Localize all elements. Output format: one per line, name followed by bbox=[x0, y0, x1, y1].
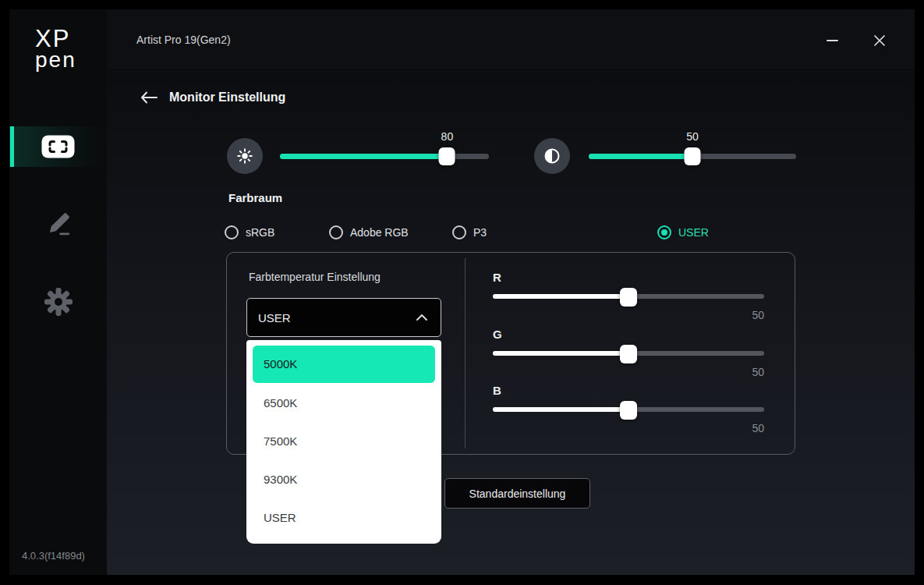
radio-user-circle[interactable] bbox=[657, 225, 671, 239]
gear-icon bbox=[43, 286, 74, 317]
red-thumb[interactable] bbox=[620, 288, 637, 307]
app-title: Artist Pro 19(Gen2) bbox=[136, 9, 231, 70]
sidebar-item-pen-settings[interactable] bbox=[9, 204, 107, 244]
sidebar: XP pen bbox=[9, 9, 107, 575]
version-label: 4.0.3(f14f89d) bbox=[22, 550, 85, 562]
green-thumb[interactable] bbox=[620, 345, 637, 363]
page-header: Monitor Einstellung bbox=[140, 84, 285, 111]
page-title: Monitor Einstellung bbox=[169, 90, 285, 105]
radio-adobe-rgb[interactable]: Adobe RGB bbox=[329, 225, 409, 239]
contrast-icon bbox=[543, 147, 561, 165]
radio-user-label: USER bbox=[678, 226, 709, 239]
window-frame: Artist Pro 19(Gen2) XP pen bbox=[0, 0, 924, 585]
sidebar-item-app-settings[interactable] bbox=[9, 282, 107, 322]
dropdown-option-7500k[interactable]: 7500K bbox=[246, 422, 441, 460]
dropdown-option-6500k[interactable]: 6500K bbox=[246, 384, 441, 422]
color-temp-dropdown: 5000K 6500K 7500K 9300K USER bbox=[246, 340, 441, 544]
green-label: G bbox=[493, 328, 502, 341]
titlebar: Artist Pro 19(Gen2) bbox=[107, 9, 915, 70]
green-value: 50 bbox=[752, 366, 764, 378]
close-button[interactable] bbox=[870, 31, 889, 50]
radio-adobe-rgb-label: Adobe RGB bbox=[350, 226, 409, 239]
minimize-button[interactable] bbox=[823, 31, 841, 50]
contrast-slider[interactable]: 50 bbox=[589, 138, 796, 174]
blue-value: 50 bbox=[752, 422, 764, 434]
blue-fill bbox=[493, 407, 628, 412]
red-fill bbox=[493, 294, 628, 299]
panel-divider bbox=[465, 258, 466, 448]
dropdown-option-9300k[interactable]: 9300K bbox=[246, 460, 441, 498]
radio-adobe-rgb-circle[interactable] bbox=[329, 225, 343, 239]
main-content: Monitor Einstellung 80 bbox=[107, 70, 915, 575]
green-fill bbox=[493, 351, 628, 356]
radio-srgb[interactable]: sRGB bbox=[225, 225, 274, 239]
contrast-fill bbox=[589, 154, 692, 159]
blue-thumb[interactable] bbox=[620, 401, 637, 420]
back-arrow-icon bbox=[140, 91, 158, 104]
radio-p3-circle[interactable] bbox=[452, 225, 466, 239]
brightness-sun-icon bbox=[236, 147, 253, 165]
farbraum-heading: Farbraum bbox=[228, 191, 282, 204]
minimize-icon bbox=[827, 39, 838, 42]
brightness-slider[interactable]: 80 bbox=[280, 138, 489, 174]
work-area-icon bbox=[41, 135, 75, 158]
brightness-fill bbox=[280, 154, 447, 159]
red-slider-group: R 50 bbox=[493, 268, 764, 322]
blue-label: B bbox=[493, 384, 501, 397]
color-temp-selected-value: USER bbox=[258, 311, 291, 324]
color-temp-select[interactable]: USER bbox=[246, 298, 441, 337]
default-settings-button[interactable]: Standardeinstellung bbox=[444, 478, 590, 509]
logo-line2: pen bbox=[35, 49, 76, 71]
contrast-icon-button bbox=[534, 138, 570, 174]
dropdown-option-5000k[interactable]: 5000K bbox=[253, 346, 435, 383]
blue-slider-group: B 50 bbox=[493, 381, 764, 435]
color-temp-label: Farbtemperatur Einstellung bbox=[249, 271, 381, 283]
brightness-thumb[interactable] bbox=[439, 147, 455, 165]
red-value: 50 bbox=[752, 309, 764, 321]
sidebar-item-work-area[interactable] bbox=[9, 126, 107, 167]
xppen-logo: XP pen bbox=[35, 27, 76, 71]
dropdown-option-user[interactable]: USER bbox=[246, 498, 441, 537]
pen-icon bbox=[44, 210, 73, 238]
brightness-icon-button bbox=[227, 138, 263, 174]
app-window: Artist Pro 19(Gen2) XP pen bbox=[9, 9, 915, 575]
radio-srgb-circle[interactable] bbox=[225, 225, 239, 239]
back-button[interactable] bbox=[140, 91, 158, 104]
contrast-value: 50 bbox=[686, 130, 699, 143]
radio-srgb-label: sRGB bbox=[246, 226, 274, 239]
red-label: R bbox=[493, 271, 501, 284]
chevron-up-icon bbox=[416, 314, 428, 321]
brightness-value: 80 bbox=[441, 130, 454, 143]
contrast-thumb[interactable] bbox=[685, 147, 701, 165]
radio-user[interactable]: USER bbox=[657, 225, 709, 239]
radio-p3-label: P3 bbox=[473, 226, 487, 239]
green-slider-group: G 50 bbox=[493, 324, 764, 379]
close-icon bbox=[873, 34, 886, 47]
radio-p3[interactable]: P3 bbox=[452, 225, 487, 239]
